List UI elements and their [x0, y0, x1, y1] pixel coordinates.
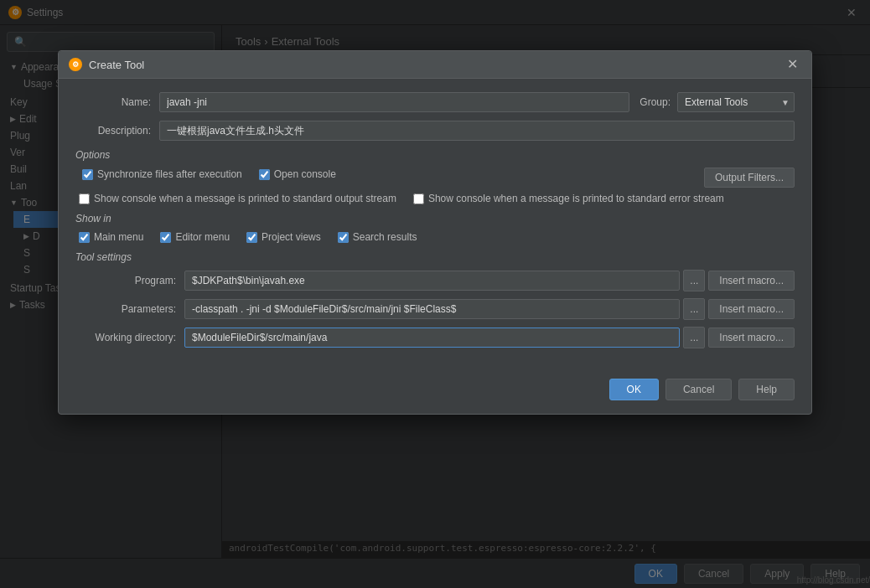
working-dir-insert-macro-button[interactable]: Insert macro...: [708, 328, 795, 348]
name-label: Name:: [75, 96, 159, 108]
sync-files-label: Synchronize files after execution: [97, 168, 242, 180]
sync-files-checkbox[interactable]: [82, 169, 93, 180]
modal-icon: ⚙: [69, 58, 82, 71]
editor-menu-label: Editor menu: [175, 231, 230, 243]
name-input[interactable]: [159, 92, 629, 112]
open-console-checkbox[interactable]: [259, 169, 270, 180]
show-in-section-title: Show in: [75, 213, 795, 224]
open-console-checkbox-label[interactable]: Open console: [259, 168, 336, 180]
show-error-checkbox[interactable]: [413, 193, 424, 204]
show-error-label: Show console when a message is printed t…: [428, 193, 724, 204]
modal-overlay: ⚙ Create Tool ✕ Name: Group: External To…: [0, 0, 870, 588]
parameters-input[interactable]: [184, 299, 680, 319]
parameters-row: Parameters: ... Insert macro...: [75, 298, 795, 320]
parameters-insert-macro-button[interactable]: Insert macro...: [708, 299, 795, 319]
parameters-browse-button[interactable]: ...: [683, 298, 705, 320]
search-results-checkbox[interactable]: [338, 232, 349, 243]
group-wrapper: Group: External Tools ▼: [640, 92, 795, 112]
working-dir-browse-button[interactable]: ...: [683, 327, 705, 348]
checkbox-row1: Synchronize files after execution Open c…: [79, 168, 704, 180]
search-results-checkbox-label[interactable]: Search results: [338, 231, 417, 243]
program-label: Program:: [75, 275, 184, 286]
working-dir-input-wrapper: ... Insert macro...: [184, 327, 795, 348]
dialog-ok-button[interactable]: OK: [609, 379, 659, 400]
project-views-checkbox-label[interactable]: Project views: [246, 231, 321, 243]
show-print-checkbox[interactable]: [79, 193, 90, 204]
sync-files-checkbox-label[interactable]: Synchronize files after execution: [82, 168, 242, 180]
group-select-container: External Tools ▼: [677, 92, 795, 112]
program-browse-button[interactable]: ...: [683, 270, 705, 291]
show-error-checkbox-label[interactable]: Show console when a message is printed t…: [413, 193, 724, 204]
main-menu-checkbox[interactable]: [79, 232, 90, 243]
options-section-title: Options: [75, 149, 795, 161]
editor-menu-checkbox[interactable]: [160, 232, 171, 243]
working-dir-input[interactable]: [184, 328, 680, 348]
open-console-label: Open console: [274, 168, 336, 180]
parameters-label: Parameters:: [75, 303, 184, 315]
description-input[interactable]: [159, 121, 795, 141]
program-row: Program: ... Insert macro...: [75, 270, 795, 291]
create-tool-dialog: ⚙ Create Tool ✕ Name: Group: External To…: [58, 50, 812, 415]
program-input-wrapper: ... Insert macro...: [184, 270, 795, 291]
search-results-label: Search results: [353, 231, 417, 243]
modal-title: Create Tool: [89, 59, 784, 71]
show-print-checkbox-label[interactable]: Show console when a message is printed t…: [79, 193, 396, 204]
working-dir-row: Working directory: ... Insert macro...: [75, 327, 795, 348]
parameters-input-wrapper: ... Insert macro...: [184, 298, 795, 320]
main-menu-label: Main menu: [94, 231, 143, 243]
tool-settings-section-title: Tool settings: [75, 251, 795, 263]
editor-menu-checkbox-label[interactable]: Editor menu: [160, 231, 230, 243]
modal-body: Name: Group: External Tools ▼ Descriptio…: [59, 79, 811, 369]
group-select[interactable]: External Tools: [677, 92, 795, 112]
show-print-label: Show console when a message is printed t…: [94, 193, 396, 204]
output-filters-button[interactable]: Output Filters...: [704, 168, 795, 188]
options-row1: Synchronize files after execution Open c…: [75, 168, 795, 188]
group-label: Group:: [640, 96, 671, 108]
options-row2: Show console when a message is printed t…: [75, 193, 795, 204]
main-menu-checkbox-label[interactable]: Main menu: [79, 231, 143, 243]
description-row: Description:: [75, 121, 795, 141]
description-label: Description:: [75, 125, 159, 137]
modal-footer: OK Cancel Help: [59, 369, 811, 414]
project-views-label: Project views: [262, 231, 321, 243]
program-insert-macro-button[interactable]: Insert macro...: [708, 271, 795, 291]
show-in-row: Main menu Editor menu Project views Sear…: [75, 231, 795, 243]
dialog-help-button[interactable]: Help: [738, 379, 795, 400]
project-views-checkbox[interactable]: [246, 232, 257, 243]
modal-title-bar: ⚙ Create Tool ✕: [59, 51, 811, 79]
working-dir-label: Working directory:: [75, 332, 184, 343]
modal-close-button[interactable]: ✕: [784, 58, 801, 71]
dialog-cancel-button[interactable]: Cancel: [665, 379, 732, 400]
name-group-row: Name: Group: External Tools ▼: [75, 92, 795, 112]
program-input[interactable]: [184, 271, 680, 291]
